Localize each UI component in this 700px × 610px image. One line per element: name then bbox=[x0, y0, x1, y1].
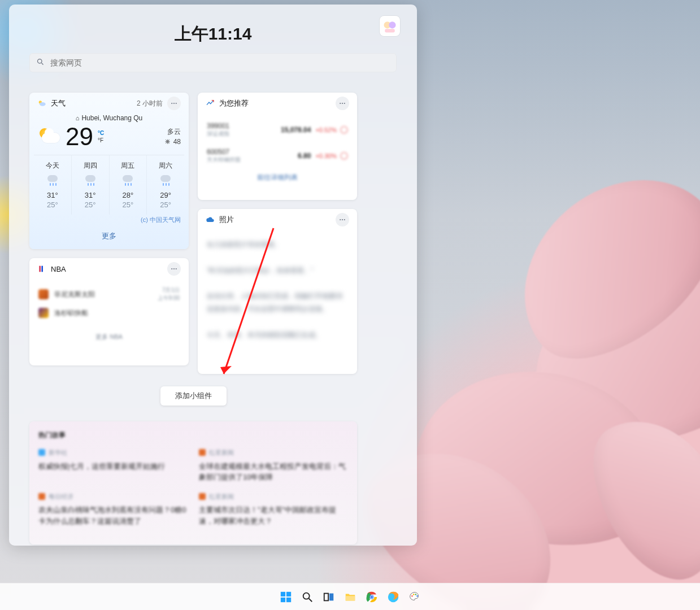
svg-point-13 bbox=[173, 268, 175, 269]
svg-point-8 bbox=[173, 103, 175, 104]
stocks-more-menu[interactable] bbox=[336, 97, 349, 110]
weather-icon bbox=[37, 99, 46, 108]
current-temp: 29 bbox=[66, 124, 93, 149]
nba-icon bbox=[37, 264, 46, 273]
nba-more-link[interactable]: 更多 NBA bbox=[38, 333, 180, 341]
news-item[interactable]: 红星新闻 全球在建规模最大水电工程投产发电背后：气象部门提供了10年保障 bbox=[199, 448, 348, 483]
news-item[interactable]: 新华社 权威快报|七月，这些重要新规开始施行 bbox=[38, 448, 188, 483]
chrome-icon[interactable] bbox=[364, 589, 380, 605]
weather-updated: 2 小时前 bbox=[137, 99, 163, 108]
current-weather-icon bbox=[37, 125, 61, 149]
taskbar-search-icon[interactable] bbox=[299, 589, 315, 605]
svg-point-3 bbox=[38, 59, 42, 63]
forecast-row: 今天31°25° 周四31°25° 周五28°25° 周六29°25° bbox=[34, 155, 184, 215]
news-item[interactable]: 红星新闻 主要城市次日达！"老大哥"中国邮政宣布提速，对哪家冲击更大？ bbox=[199, 492, 348, 527]
svg-line-28 bbox=[308, 598, 312, 602]
stocks-widget[interactable]: 为您推荐 399001深证成指 15,078.04 +0.52% 600507方… bbox=[198, 93, 357, 200]
svg-rect-10 bbox=[39, 266, 41, 272]
svg-point-38 bbox=[412, 594, 414, 595]
stock-row[interactable]: 600507方大特钢控股 6.80 +0.30% bbox=[198, 146, 357, 166]
nba-team-row: 洛杉矶快船 bbox=[38, 308, 180, 318]
svg-rect-30 bbox=[329, 593, 333, 600]
nba-widget[interactable]: NBA 菲尼克斯太阳 7月1日上午9:00 洛杉矶快船 更多 NBA bbox=[29, 258, 189, 365]
svg-point-14 bbox=[176, 268, 177, 269]
user-avatar[interactable] bbox=[380, 16, 400, 36]
svg-point-16 bbox=[342, 103, 343, 104]
weather-more-link[interactable]: 更多 bbox=[29, 225, 189, 249]
photos-body: 有几张新照片等你查看。 "昨天拍的照片已同步，快来看看。" 自动分类、人物识别已… bbox=[198, 230, 357, 349]
svg-point-19 bbox=[342, 219, 343, 220]
photos-more-menu[interactable] bbox=[336, 213, 349, 226]
stocks-title: 为您推荐 bbox=[219, 98, 249, 108]
svg-rect-11 bbox=[41, 266, 43, 272]
stocks-icon bbox=[206, 99, 215, 108]
svg-point-6 bbox=[40, 102, 46, 106]
svg-point-18 bbox=[340, 219, 341, 220]
paint-icon[interactable] bbox=[407, 589, 423, 605]
search-icon bbox=[36, 58, 45, 68]
svg-point-1 bbox=[389, 21, 395, 28]
photos-widget[interactable]: 照片 有几张新照片等你查看。 "昨天拍的照片已同步，快来看看。" 自动分类、人物… bbox=[198, 209, 357, 374]
clock: 上午11:14 bbox=[175, 23, 252, 46]
weather-attribution: (c) 中国天气网 bbox=[29, 215, 189, 225]
svg-rect-23 bbox=[280, 591, 285, 596]
stocks-details-link[interactable]: 前往详细列表 bbox=[198, 166, 357, 189]
weather-location: ⌂Hubei, Wuchang Qu bbox=[29, 114, 189, 122]
svg-point-20 bbox=[344, 219, 345, 220]
weather-more-menu[interactable] bbox=[167, 97, 181, 110]
svg-point-7 bbox=[171, 103, 172, 104]
svg-point-17 bbox=[344, 103, 345, 104]
svg-point-40 bbox=[416, 595, 418, 596]
svg-line-4 bbox=[41, 63, 43, 64]
weather-title: 天气 bbox=[51, 98, 66, 108]
widgets-panel: 上午11:14 天气 2 小时前 ⌂Hu bbox=[9, 5, 417, 546]
svg-point-9 bbox=[176, 103, 177, 104]
news-section: 热门故事 新华社 权威快报|七月，这些重要新规开始施行 红星新闻 全球在建规模最… bbox=[29, 421, 357, 544]
cloud-icon bbox=[206, 215, 215, 224]
weather-widget[interactable]: 天气 2 小时前 ⌂Hubei, Wuchang Qu 29 °C°F 多云 ⛯… bbox=[29, 93, 189, 249]
taskbar bbox=[0, 583, 700, 610]
start-button[interactable] bbox=[278, 589, 294, 605]
svg-point-15 bbox=[340, 103, 341, 104]
search-box[interactable] bbox=[29, 53, 397, 72]
forecast-day[interactable]: 周四31°25° bbox=[72, 155, 110, 215]
svg-rect-26 bbox=[286, 597, 290, 602]
svg-rect-25 bbox=[280, 597, 285, 602]
weather-condition: 多云 ⛯ 48 bbox=[164, 127, 181, 147]
svg-point-27 bbox=[303, 592, 309, 599]
add-widget-button[interactable]: 添加小组件 bbox=[160, 386, 227, 406]
stock-row[interactable]: 399001深证成指 15,078.04 +0.52% bbox=[198, 120, 357, 140]
forecast-day[interactable]: 周六29°25° bbox=[147, 155, 184, 215]
nba-title: NBA bbox=[51, 265, 66, 273]
svg-point-12 bbox=[171, 268, 172, 269]
svg-rect-24 bbox=[286, 591, 290, 596]
task-view-icon[interactable] bbox=[321, 589, 337, 605]
nba-more-menu[interactable] bbox=[167, 262, 181, 276]
search-input[interactable] bbox=[50, 58, 390, 67]
news-item[interactable]: 每日经济 农夫山泉白桃味气泡水到底有没有问题？0糖0卡为什么总翻车？这篇说清楚了 bbox=[38, 492, 188, 527]
svg-rect-29 bbox=[324, 593, 328, 600]
forecast-day[interactable]: 周五28°25° bbox=[110, 155, 147, 215]
news-section-title: 热门故事 bbox=[38, 430, 348, 440]
unit-c[interactable]: °C bbox=[98, 130, 104, 136]
svg-rect-31 bbox=[345, 596, 355, 600]
forecast-day[interactable]: 今天31°25° bbox=[34, 155, 72, 215]
svg-point-35 bbox=[370, 595, 373, 598]
svg-point-39 bbox=[415, 594, 416, 595]
unit-f[interactable]: °F bbox=[98, 137, 104, 143]
photos-title: 照片 bbox=[219, 215, 234, 225]
nba-team-row: 菲尼克斯太阳 7月1日上午9:00 bbox=[38, 286, 180, 302]
browser-icon[interactable] bbox=[385, 589, 401, 605]
svg-rect-2 bbox=[385, 29, 395, 32]
file-explorer-icon[interactable] bbox=[342, 589, 358, 605]
svg-point-37 bbox=[411, 595, 413, 596]
